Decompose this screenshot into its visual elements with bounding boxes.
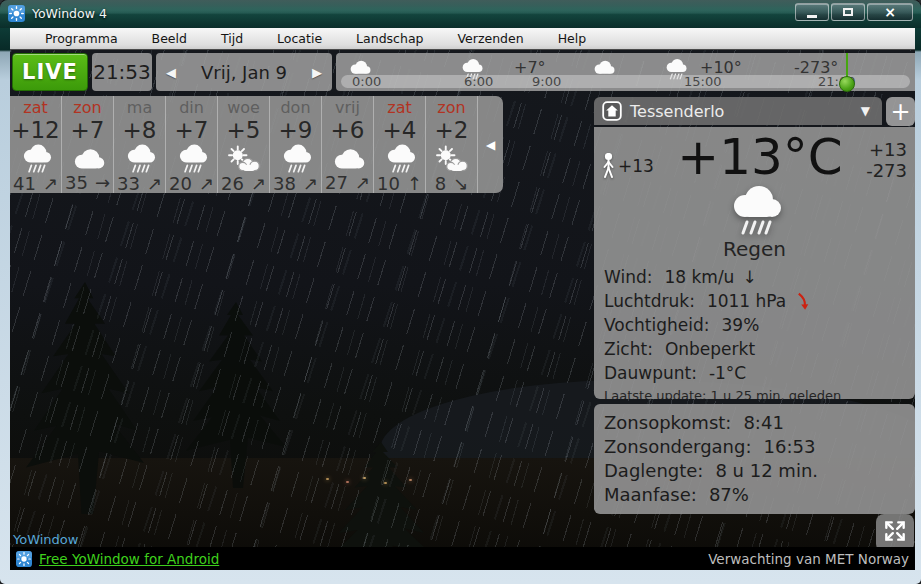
weather-icon [722, 185, 788, 237]
sun-info-panel: Zonsopkomst:8:41 Zonsondergang:16:53 Dag… [594, 404, 915, 514]
day-name: din [179, 99, 204, 117]
title-bar[interactable]: YoWindow 4 × [0, 0, 921, 28]
wind-speed: 8 [435, 174, 446, 194]
forecast-day-vrij[interactable]: vrij +6 27↗ [322, 96, 374, 193]
condition-text: Regen [602, 237, 907, 261]
minimize-icon [807, 15, 817, 18]
collapse-forecast-button[interactable]: ◀ [478, 96, 503, 193]
yowindow-brand-link[interactable]: YoWindow [13, 532, 78, 547]
time-slider[interactable]: +7° +10° -273° 0:00 6:00 9:00 15:00 21:0… [336, 53, 915, 91]
dewpoint-row: Dauwpunt:-1°C [602, 361, 907, 385]
moonphase-row: Maanfase:87% [604, 483, 905, 507]
location-header: Tessenderlo ▼ [594, 97, 882, 125]
weather-icon [120, 144, 160, 174]
wind-direction-arrow: ↗ [199, 174, 214, 194]
weather-icon [276, 144, 316, 174]
previous-day-arrow[interactable]: ◀ [166, 65, 176, 80]
wind-direction-arrow: ↗ [303, 174, 318, 194]
current-weather-panel: +13 +13°C +13 -273 Regen Wind:18 km/u↓ L… [594, 127, 915, 399]
last-update-row: Laatste update: 1 u 25 min. geleden [602, 388, 907, 399]
day-temp: +9 [279, 117, 313, 143]
low-temp: -273 [866, 160, 907, 181]
maximize-button[interactable] [831, 3, 865, 21]
current-time: 21:53 [93, 60, 151, 84]
date-selector: ◀ Vrij, Jan 9 ▶ [156, 53, 332, 91]
weather-icon [68, 144, 108, 173]
forecast-day-don[interactable]: don +9 38↗ [270, 96, 322, 193]
day-name: don [280, 99, 310, 117]
weather-icon [590, 57, 617, 77]
maximize-icon [843, 8, 853, 16]
wind-speed: 10 [377, 174, 400, 194]
wind-direction-arrow: ↗ [43, 174, 58, 194]
forecast-day-ma[interactable]: ma +8 33↗ [114, 96, 166, 193]
day-temp: +8 [123, 117, 157, 143]
wind-speed: 33 [117, 174, 140, 194]
menu-help[interactable]: Help [541, 28, 604, 49]
day-temp: +5 [227, 117, 261, 143]
collapse-arrow-icon: ◀ [486, 138, 495, 152]
next-day-arrow[interactable]: ▶ [312, 65, 322, 80]
android-download-link[interactable]: Free YoWindow for Android [39, 551, 219, 567]
forecast-source: Verwachting van MET Norway [708, 551, 909, 567]
forecast-day-zon2[interactable]: zon +2 8↘ [426, 96, 478, 193]
forecast-day-zat2[interactable]: zat +4 10↑ [374, 96, 426, 193]
window-title: YoWindow 4 [32, 6, 107, 21]
wind-direction-arrow: ↗ [251, 174, 266, 194]
forecast-day-woe[interactable]: woe +5 26↗ [218, 96, 270, 193]
clock-display[interactable]: 21:53 [92, 53, 152, 91]
person-icon [602, 153, 615, 179]
day-name: zat [387, 99, 411, 117]
wind-speed: 26 [221, 174, 244, 194]
forecast-day-zon[interactable]: zon +7 35→ [62, 96, 114, 193]
menu-programma[interactable]: Programma [28, 28, 135, 49]
wind-direction-arrow: ↗ [355, 173, 370, 193]
day-temp: +2 [435, 117, 469, 143]
weather-icon [380, 144, 420, 174]
home-icon[interactable] [602, 101, 622, 121]
yowindow-android-icon [16, 551, 32, 567]
menu-verzenden[interactable]: Verzenden [440, 28, 540, 49]
visibility-row: Zicht:Onbeperkt [602, 337, 907, 361]
close-icon: × [884, 5, 896, 19]
day-temp: +6 [331, 117, 365, 143]
weather-icon [172, 144, 212, 174]
day-temp: +12 [11, 117, 60, 143]
date-label: Vrij, Jan 9 [201, 62, 287, 83]
humidity-row: Vochtigheid:39% [602, 313, 907, 337]
high-temp: +13 [866, 139, 907, 160]
plus-icon: + [890, 100, 910, 124]
close-button[interactable]: × [867, 3, 913, 21]
wind-speed: 38 [273, 174, 296, 194]
time-slider-handle[interactable] [839, 76, 855, 92]
menu-tijd[interactable]: Tijd [204, 28, 260, 49]
day-temp: +4 [383, 117, 417, 143]
day-name: ma [127, 99, 152, 117]
live-button[interactable]: LIVE [12, 53, 88, 91]
timeline-tick: 6:00 [464, 74, 493, 89]
timeline-tick: 15:00 [684, 74, 721, 89]
wind-row: Wind:18 km/u↓ [602, 265, 907, 289]
app-window: YoWindow 4 × Programma Beeld Tijd Locati… [0, 0, 921, 584]
forecast-strip: zat +12 41↗ zon +7 35→ ma +8 33↗ din +7 [10, 96, 503, 193]
day-temp: +7 [71, 117, 105, 143]
feels-like-temp: +13 [618, 156, 654, 176]
add-location-button[interactable]: + [886, 97, 915, 126]
menu-landschap[interactable]: Landschap [339, 28, 440, 49]
sunrise-row: Zonsopkomst:8:41 [604, 411, 905, 435]
weather-icon [432, 144, 472, 174]
minimize-button[interactable] [795, 3, 829, 21]
wind-speed: 41 [13, 174, 36, 194]
day-name: zon [73, 99, 101, 117]
forecast-day-zat[interactable]: zat +12 41↗ [10, 96, 62, 193]
weather-icon [224, 144, 264, 174]
menu-locatie[interactable]: Locatie [260, 28, 339, 49]
menu-beeld[interactable]: Beeld [135, 28, 204, 49]
forecast-day-din[interactable]: din +7 20↗ [166, 96, 218, 193]
day-name: woe [227, 99, 260, 117]
location-name: Tessenderlo [630, 102, 857, 121]
wind-direction-arrow: ↘ [453, 174, 468, 194]
location-dropdown-arrow[interactable]: ▼ [857, 104, 874, 118]
weather-icon [16, 144, 56, 174]
wind-direction-arrow: ↑ [407, 174, 422, 194]
